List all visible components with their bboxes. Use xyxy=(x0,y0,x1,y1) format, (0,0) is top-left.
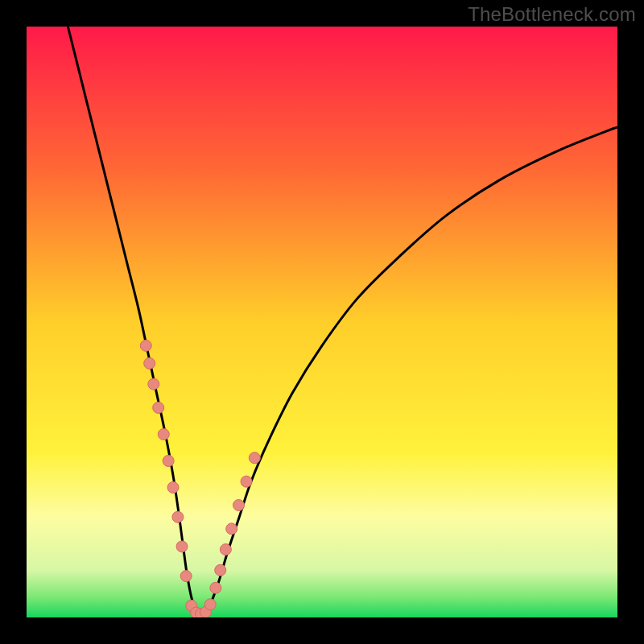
plot-area xyxy=(27,27,617,617)
dot-left-cluster xyxy=(167,482,179,493)
dot-left-cluster xyxy=(163,455,174,466)
chart-frame: TheBottleneck.com xyxy=(0,0,644,644)
watermark-text: TheBottleneck.com xyxy=(468,3,636,26)
dot-right-cluster xyxy=(241,476,252,487)
bottleneck-chart xyxy=(27,27,617,617)
dot-right-cluster xyxy=(220,544,231,555)
dot-left-cluster xyxy=(148,378,159,390)
dot-right-cluster xyxy=(249,452,260,464)
dot-right-cluster xyxy=(210,582,221,593)
dot-right-cluster xyxy=(233,500,245,511)
gradient-background xyxy=(27,27,617,617)
dot-left-cluster xyxy=(176,541,188,552)
dot-left-cluster xyxy=(140,340,151,351)
dot-left-cluster xyxy=(144,357,155,369)
dot-right-cluster xyxy=(215,564,226,576)
dot-left-cluster xyxy=(158,428,169,440)
dot-left-cluster xyxy=(153,402,164,413)
dot-left-cluster xyxy=(180,571,192,582)
dot-right-cluster xyxy=(226,523,237,535)
dot-left-cluster xyxy=(172,511,184,522)
dot-bottom-cluster xyxy=(204,599,216,610)
